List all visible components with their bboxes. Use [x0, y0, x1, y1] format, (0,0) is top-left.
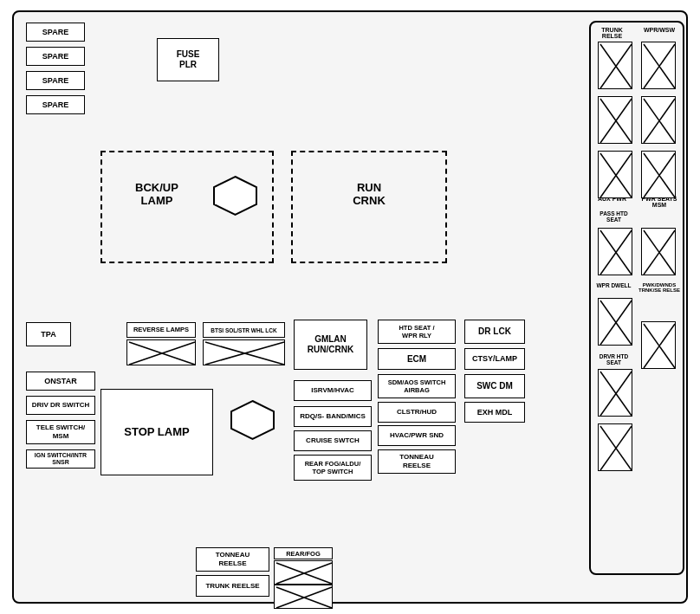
fuse-diagram: SPARE SPARE SPARE SPARE FUSEPLR BCK/UPLA… [12, 10, 688, 604]
cruise-box: CRUISE SWTCH [294, 430, 372, 451]
gmlan-box: GMLANRUN/CRNK [294, 320, 367, 370]
bckup-lamp-label: BCK/UPLAMP [113, 181, 200, 207]
rpanel-fuse-5r [641, 321, 676, 369]
bottom-rear-fog-label: REAR/FOG [274, 547, 333, 559]
reverse-lamps-label: REVERSE LAMPS [126, 322, 196, 338]
rpanel-fuse-2l [598, 96, 632, 144]
rpanel-fuse-7l [598, 423, 632, 471]
btsi-label: BTSI SOL/STR WHL LCK [203, 322, 285, 338]
bottom-tonneau-box: TONNEAUREELSE [196, 547, 269, 572]
exh-mdl-box: EXH MDL [464, 402, 525, 423]
stop-lamp-box: STOP LAMP [100, 389, 213, 475]
rpanel-fuse-6l [598, 369, 632, 417]
rpanel-pass-htd-label: PASS HTD SEAT [594, 210, 633, 223]
onstar-box: ONSTAR [26, 372, 95, 391]
sdm-aos-box: SDM/AOS SWITCHAIRBAG [378, 374, 456, 398]
rpanel-trunk-relse-label: TRUNK RELSE [593, 27, 632, 39]
rpanel-fuse-2r [641, 96, 676, 144]
bottom-rear-fog-fuse [274, 560, 333, 585]
rpanel-wpr-wsw-label: WPR/WSW [638, 27, 681, 33]
clstr-hud-box2: CLSTR/HUD [378, 402, 456, 423]
rpanel-fuse-1l [598, 42, 632, 89]
rpanel-fuse-5l [598, 298, 632, 346]
htd-seat-box: HTD SEAT /WPR RLY [378, 320, 456, 344]
rpanel-pwk-label: PWK/DWNDS TRNK/SE RELSE [638, 282, 681, 293]
reverse-lamps-fuse [126, 339, 196, 365]
bottom-trunk-box: TRUNK REELSE [196, 575, 269, 597]
rpanel-fuse-4l [598, 228, 632, 275]
rear-fog-box: REAR FOG/ALDU/TOP SWITCH [294, 455, 372, 481]
run-crnk-area [291, 151, 447, 263]
rpanel-drvr-htd-label: DRVR HTD SEAT [594, 353, 633, 365]
svg-marker-5 [231, 401, 274, 439]
hex-stop [229, 399, 276, 441]
rpanel-fuse-1r [641, 42, 676, 89]
ctsy-lamp-box: CTSY/LAMP [464, 348, 525, 370]
tpa-box: TPA [26, 322, 71, 346]
swc-dm-box: SWC DM [464, 374, 525, 398]
hex-bckup [211, 175, 259, 217]
btsi-fuse [203, 339, 285, 365]
svg-marker-0 [214, 177, 256, 215]
driv-dr-box: DRIV DR SWITCH [26, 396, 95, 415]
hvac-pwr-box: HVAC/PWR SND [378, 425, 456, 446]
ecm-box: ECM [378, 348, 456, 370]
rpanel-fuse-3r [641, 151, 676, 198]
right-panel: TRUNK RELSE AUX PWR LTR WPR/WSW PWR SEAT… [589, 21, 684, 575]
rpanel-fuse-3l [598, 151, 632, 198]
rdq-box: RDQ/S- BAND/MICS [294, 406, 372, 427]
isrvm-box: ISRVM/HVAC [294, 380, 372, 401]
dr-lck-box: DR LCK [464, 320, 525, 344]
rpanel-wpr-dwell-label: WPR DWELL [594, 282, 633, 288]
bottom-fuel-fuse [274, 585, 333, 609]
ign-switch-box: IGN SWITCH/INTR SNSR [26, 449, 95, 469]
tele-switch-box: TELE SWITCH/MSM [26, 420, 95, 444]
spare-3: SPARE [26, 71, 85, 90]
run-crnk-label: RUNCRNK [326, 181, 412, 207]
spare-2: SPARE [26, 47, 85, 66]
fuse-plr: FUSEPLR [157, 38, 219, 81]
tonneau-reelse-box: TONNEAUREELSE [378, 449, 456, 474]
spare-4: SPARE [26, 95, 85, 114]
rpanel-fuse-4r [641, 228, 676, 275]
spare-1: SPARE [26, 23, 85, 42]
